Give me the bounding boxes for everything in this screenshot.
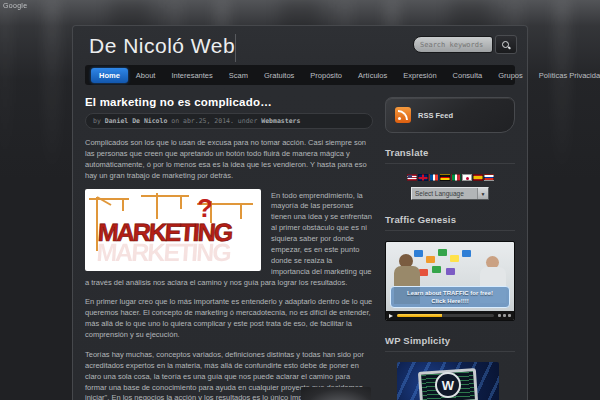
traffic-genesis-heading: Traffic Genesis [385,214,515,231]
flag-jp-icon[interactable] [462,174,472,181]
page-canvas: Google De Nicoló Web Home About Interesa… [0,0,600,400]
site-title: De Nicoló Web [89,34,235,58]
flag-us-icon[interactable] [407,174,417,181]
nav-item-about[interactable]: About [128,68,164,83]
sticky-note [462,250,471,257]
chevron-down-icon: ▼ [477,188,488,199]
crane-mid [141,193,189,219]
sticky-note [426,256,435,263]
sticky-note [446,268,455,275]
nav-item-proposito[interactable]: Propósito [302,68,350,83]
byline-middle: on abr.25, 2014. under [167,117,261,125]
video-control-icons[interactable] [498,314,511,317]
nav-item-politicas[interactable]: Políticas Privacidad [531,68,600,83]
search-icon [502,41,510,49]
author-link[interactable]: Daniel De Nicolo [105,117,168,125]
main-container: De Nicoló Web Home About Interesantes Sc… [72,25,528,400]
paragraph-3: En primer lugar creo que lo más importan… [85,297,373,341]
nav-item-home[interactable]: Home [91,68,128,83]
post-title: El marketing no es complicado… [85,96,373,108]
nav-item-articulos[interactable]: Artículos [350,68,395,83]
content-area: El marketing no es complicado… by Daniel… [85,90,515,400]
article-column: El marketing no es complicado… by Daniel… [85,90,373,400]
flag-es-icon[interactable] [473,174,483,181]
byline-prefix: by [93,117,105,125]
play-icon[interactable] [389,314,393,318]
video-controls[interactable] [386,311,514,320]
sticky-note [450,255,459,262]
video-cta-line1: Learn about TRAFFIC for free! [392,289,508,297]
rss-feed-button[interactable]: RSS Feed [385,97,515,133]
wp-simplicity-heading: WP Simplicity [385,335,515,352]
rss-icon [395,107,411,123]
marketing-word-reflection: MARKETING [96,238,232,266]
video-progress-bar[interactable] [397,314,494,317]
language-select-value: Select Language [412,190,464,197]
post-byline: by Daniel De Nicolo on abr.25, 2014. und… [85,113,373,129]
search-button[interactable] [495,35,517,54]
sidebar: RSS Feed Translate Select Language ▼ [385,90,515,400]
video-cta-line2: Click Here!!!! [392,297,508,305]
google-watermark: Google [3,2,27,9]
sticky-note [419,269,428,276]
marketing-image: MARKETING ? MARKETING [85,189,261,271]
expert-photo-cutoff [301,387,371,400]
title-divider [235,34,236,62]
nav-item-interesantes[interactable]: Interesantes [163,68,220,83]
main-nav: Home About Interesantes Scam Gratuitos P… [85,65,515,85]
flag-ru-icon[interactable] [484,174,494,181]
video-cta-banner[interactable]: Learn about TRAFFIC for free! Click Here… [390,286,510,308]
nav-item-expresion[interactable]: Expresión [395,68,444,83]
rss-feed-label: RSS Feed [418,111,453,120]
traffic-genesis-video[interactable]: Learn about TRAFFIC for free! Click Here… [385,241,515,321]
flag-fr-icon[interactable] [429,174,439,181]
sticky-note [438,249,447,256]
nav-item-scam[interactable]: Scam [221,68,256,83]
wordpress-globe-icon: W [435,372,461,398]
nav-item-grupos[interactable]: Grupos [490,68,531,83]
translate-heading: Translate [385,147,515,164]
nav-item-consulta[interactable]: Consulta [445,68,491,83]
language-select[interactable]: Select Language ▼ [411,187,489,200]
flag-uk-icon[interactable] [418,174,428,181]
paragraph-1: Complicados son los que lo usan de excus… [85,138,373,182]
wp-simplicity-banner[interactable]: W WP SIMPLICITY [397,362,499,400]
search-input[interactable] [413,36,493,53]
category-link[interactable]: Webmasters [261,117,300,125]
sticky-note [432,266,441,273]
search-bar [413,35,517,54]
translate-flags [385,174,515,181]
flag-de-icon[interactable] [440,174,450,181]
video-progress-fill [397,314,442,317]
nav-item-gratuitos[interactable]: Gratuitos [256,68,302,83]
question-mark: ? [197,193,213,223]
flag-it-icon[interactable] [451,174,461,181]
